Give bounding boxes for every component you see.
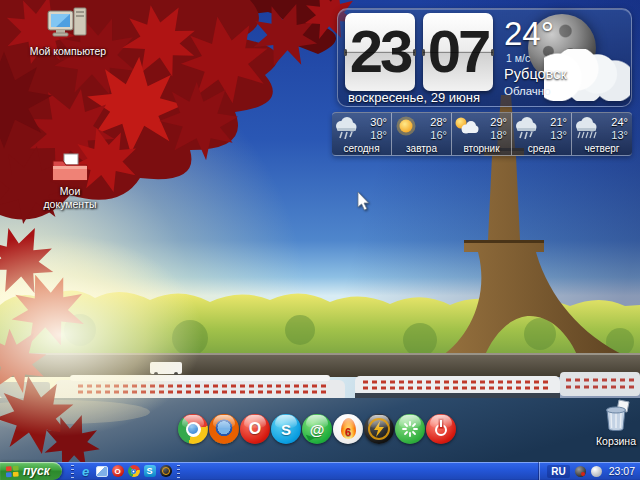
wind-speed: 1 м/с	[506, 52, 530, 64]
mailru-agent-icon[interactable]: @	[302, 414, 332, 444]
forecast-day-label: четверг	[572, 143, 632, 154]
skype-quicklaunch-icon[interactable]: S	[143, 465, 156, 478]
my-documents-icon	[51, 152, 89, 185]
forecast-high: 30°	[370, 116, 387, 128]
forecast-high: 29°	[490, 116, 507, 128]
forecast-low: 18°	[490, 129, 507, 141]
quick-launch-handle[interactable]	[177, 465, 180, 478]
start-button[interactable]: пуск	[0, 462, 62, 480]
forecast-high: 28°	[430, 116, 447, 128]
forecast-low: 18°	[370, 129, 387, 141]
desktop-icon-label: Мои документы	[32, 185, 108, 211]
widget-date: воскресенье, 29 июня	[348, 90, 480, 105]
settings-spinner-icon[interactable]	[395, 414, 425, 444]
flip-clock-minutes: 07	[423, 13, 493, 91]
skype-icon[interactable]: S	[271, 414, 301, 444]
forecast-day-label: завтра	[392, 143, 451, 154]
internet-explorer-icon[interactable]: e	[79, 465, 92, 478]
forecast-low: 13°	[611, 129, 628, 141]
forecast-high: 21°	[550, 116, 567, 128]
forecast-day-thursday[interactable]: 24° 13° четверг	[572, 113, 632, 155]
system-tray: RU 23:07	[539, 462, 640, 480]
daemon-tools-quicklaunch-icon[interactable]	[159, 465, 172, 478]
tray-status-icon-dark[interactable]	[575, 466, 586, 477]
quick-launch: e O S	[69, 465, 182, 478]
weather-city: Рубцовск	[504, 66, 567, 82]
chrome-icon[interactable]	[178, 414, 208, 444]
quick-launch-handle[interactable]	[71, 465, 74, 478]
desktop-icon-label: Мой компьютер	[28, 45, 108, 58]
clock-weather-widget[interactable]: 23 07 воскресенье, 29 июня 24° 1 м/с Руб…	[337, 8, 632, 107]
forecast-day-label: сегодня	[332, 143, 391, 154]
current-temperature: 24°	[504, 17, 554, 50]
desktop-icon-my-computer[interactable]: Мой компьютер	[28, 6, 108, 58]
storm-cloud-icon	[333, 115, 359, 139]
embankment	[0, 353, 640, 377]
taskbar: пуск e O S RU 23:07	[0, 462, 640, 480]
power-icon[interactable]	[426, 414, 456, 444]
tray-clock[interactable]: 23:07	[609, 465, 635, 477]
forecast-day-tuesday[interactable]: 29° 18° вторник	[452, 113, 512, 155]
recycle-bin-icon	[599, 398, 633, 435]
language-indicator[interactable]: RU	[547, 465, 569, 478]
forecast-day-label: вторник	[452, 143, 511, 154]
forecast-day-label: среда	[512, 143, 571, 154]
tray-status-icon-light[interactable]	[591, 466, 602, 477]
forecast-low: 13°	[550, 129, 567, 141]
sun-cloud-icon	[453, 115, 479, 139]
forecast-low: 16°	[430, 129, 447, 141]
rain-cloud-icon	[573, 115, 599, 139]
desktop-icon-label: Корзина	[584, 435, 640, 448]
forecast-day-tomorrow[interactable]: 28° 16° завтра	[392, 113, 452, 155]
chrome-quicklaunch-icon[interactable]	[127, 465, 140, 478]
firefox-icon[interactable]	[209, 414, 239, 444]
sun-icon	[393, 115, 419, 139]
opera-icon[interactable]: O	[240, 414, 270, 444]
forecast-bar: 30° 18° сегодня 28° 16° завтра 29° 18° в…	[332, 112, 632, 156]
desktop-icon-recycle-bin[interactable]: Корзина	[584, 398, 640, 448]
daemon-tools-icon[interactable]	[364, 414, 394, 444]
show-desktop-icon[interactable]	[95, 465, 108, 478]
storm-cloud-icon	[513, 115, 539, 139]
windows-logo-icon	[5, 465, 20, 478]
dock: O S @ 6	[178, 414, 456, 444]
desktop: Мой компьютер Мои документы 23 07 воскре…	[0, 0, 640, 480]
forecast-day-today[interactable]: 30° 18° сегодня	[332, 113, 392, 155]
my-computer-icon	[46, 6, 90, 45]
start-button-label: пуск	[23, 464, 50, 478]
weather-condition: Облачно	[504, 85, 551, 97]
opera-quicklaunch-icon[interactable]: O	[111, 465, 124, 478]
flip-clock-hours: 23	[345, 13, 415, 91]
flame-icon[interactable]: 6	[333, 414, 363, 444]
desktop-icon-my-documents[interactable]: Мои документы	[32, 152, 108, 211]
forecast-high: 24°	[611, 116, 628, 128]
forecast-day-wednesday[interactable]: 21° 13° среда	[512, 113, 572, 155]
